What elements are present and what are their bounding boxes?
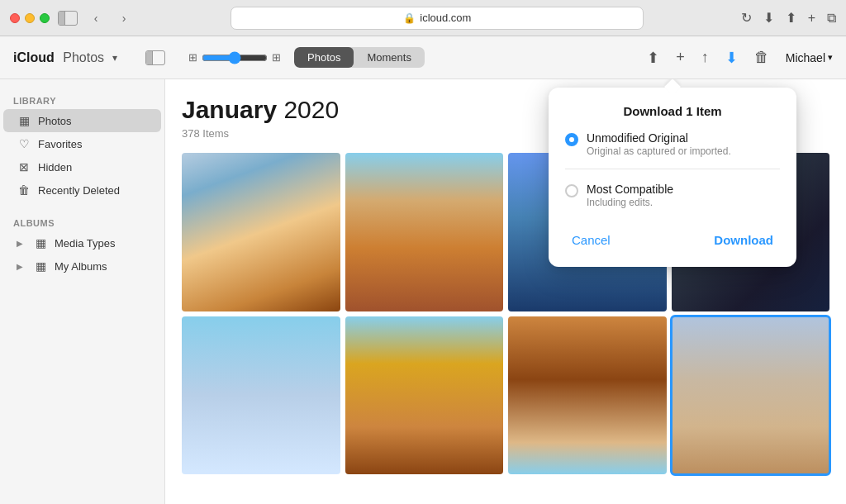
- app-title[interactable]: iCloud Photos ▾: [13, 50, 129, 65]
- address-text: icloud.com: [420, 12, 471, 24]
- download-popup: Download 1 Item Unmodified Original Orig…: [549, 88, 796, 267]
- browser-toolbar: ↻ ⬇ ⬆ + ⧉: [741, 10, 836, 26]
- favorites-icon: ♡: [17, 137, 31, 150]
- lock-icon: 🔒: [403, 12, 416, 24]
- sidebar-item-recently-deleted-label: Recently Deleted: [38, 184, 120, 197]
- recently-deleted-icon: 🗑: [17, 183, 31, 197]
- zoom-slider-input[interactable]: [202, 51, 268, 64]
- main-content: January 2020 378 Items HDR: [165, 79, 846, 504]
- popup-title: Download 1 Item: [565, 104, 780, 118]
- photo-item-2[interactable]: [345, 153, 504, 311]
- forward-button[interactable]: ›: [114, 8, 134, 28]
- popup-actions: Cancel Download: [565, 230, 780, 250]
- sidebar-item-favorites-label: Favorites: [38, 138, 82, 150]
- sidebar-item-hidden[interactable]: ⊠ Hidden: [3, 155, 161, 178]
- cancel-button[interactable]: Cancel: [565, 230, 617, 250]
- sidebar: Library ▦ Photos ♡ Favorites ⊠ Hidden 🗑 …: [0, 79, 165, 504]
- option-unmodified[interactable]: Unmodified Original Original as captured…: [565, 131, 780, 157]
- refresh-button[interactable]: ↻: [741, 10, 752, 26]
- section-month: January: [182, 96, 277, 123]
- sidebar-toggle-button[interactable]: [58, 11, 78, 26]
- radio-compatible[interactable]: [565, 184, 578, 197]
- hidden-icon: ⊠: [17, 160, 31, 174]
- new-tab-icon[interactable]: +: [808, 11, 815, 26]
- share-icon[interactable]: ↑: [701, 49, 709, 66]
- view-tabs: Photos Moments: [294, 47, 425, 68]
- zoom-in-icon: ⊞: [272, 51, 281, 64]
- sidebar-item-my-albums-label: My Albums: [55, 260, 107, 273]
- app-name: iCloud: [13, 50, 55, 65]
- sidebar-item-media-types-label: Media Types: [55, 237, 115, 250]
- content-area: Library ▦ Photos ♡ Favorites ⊠ Hidden 🗑 …: [0, 79, 846, 504]
- option-unmodified-sublabel: Original as captured or imported.: [587, 145, 731, 157]
- media-types-icon: ▦: [33, 236, 48, 250]
- option-unmodified-label: Unmodified Original: [587, 131, 731, 145]
- option-compatible-sublabel: Including edits.: [587, 197, 673, 208]
- share-icon[interactable]: ⬆: [786, 10, 796, 26]
- photo-item-5[interactable]: [182, 316, 340, 475]
- sidebar-item-favorites[interactable]: ♡ Favorites: [3, 132, 161, 155]
- download-button[interactable]: Download: [707, 230, 780, 250]
- zoom-out-icon: ⊞: [188, 51, 197, 64]
- albums-section-label: Albums: [0, 212, 164, 231]
- photo-item-1[interactable]: [182, 153, 340, 311]
- photo-item-7[interactable]: [508, 316, 667, 475]
- app-module: Photos: [63, 50, 104, 65]
- tab-moments[interactable]: Moments: [354, 47, 424, 68]
- sidebar-item-photos[interactable]: ▦ Photos: [3, 109, 161, 132]
- popup-divider: [565, 169, 780, 169]
- photos-icon: ▦: [17, 114, 31, 127]
- tabs-icon[interactable]: ⧉: [827, 11, 836, 26]
- browser-chrome: ‹ › 🔒 icloud.com ↻ ⬇ ⬆ + ⧉: [0, 0, 846, 36]
- back-button[interactable]: ‹: [86, 8, 106, 28]
- photo-item-8[interactable]: [672, 316, 830, 475]
- expand-icon-2: ▶: [17, 262, 23, 271]
- my-albums-icon: ▦: [33, 259, 48, 273]
- toolbar-actions: ⬆ + ↑ ⬇ 🗑 Michael ▾: [647, 49, 833, 67]
- sidebar-item-my-albums[interactable]: ▶ ▦ My Albums: [3, 254, 161, 278]
- user-menu[interactable]: Michael ▾: [786, 51, 833, 64]
- app-toolbar: iCloud Photos ▾ ⊞ ⊞ Photos Moments ⬆ + ↑…: [0, 36, 846, 79]
- download-icon[interactable]: ⬇: [725, 49, 738, 67]
- sidebar-item-media-types[interactable]: ▶ ▦ Media Types: [3, 231, 161, 254]
- trash-icon[interactable]: 🗑: [754, 49, 769, 66]
- upload-cloud-icon[interactable]: ⬆: [647, 49, 659, 67]
- radio-unmodified[interactable]: [565, 133, 578, 146]
- fullscreen-button[interactable]: [40, 13, 50, 23]
- sidebar-item-recently-deleted[interactable]: 🗑 Recently Deleted: [3, 178, 161, 202]
- add-icon[interactable]: +: [676, 49, 685, 66]
- minimize-button[interactable]: [25, 13, 35, 23]
- sidebar-view-toggle[interactable]: [145, 50, 165, 65]
- option-compatible-label: Most Compatible: [587, 183, 673, 196]
- sidebar-item-hidden-label: Hidden: [38, 161, 72, 174]
- app-chevron: ▾: [112, 52, 117, 64]
- expand-icon: ▶: [17, 239, 23, 248]
- option-compatible[interactable]: Most Compatible Including edits.: [565, 183, 780, 208]
- address-bar[interactable]: 🔒 icloud.com: [231, 7, 644, 30]
- user-name: Michael: [786, 51, 825, 64]
- photo-item-6[interactable]: [345, 316, 504, 475]
- close-button[interactable]: [10, 13, 20, 23]
- traffic-lights: [10, 13, 50, 23]
- zoom-control[interactable]: ⊞ ⊞: [188, 51, 281, 64]
- tab-photos[interactable]: Photos: [294, 47, 354, 68]
- app-window: iCloud Photos ▾ ⊞ ⊞ Photos Moments ⬆ + ↑…: [0, 36, 846, 504]
- library-section-label: Library: [0, 89, 164, 109]
- download-icon[interactable]: ⬇: [763, 10, 774, 26]
- section-year: 2020: [283, 96, 339, 123]
- sidebar-item-photos-label: Photos: [38, 115, 71, 127]
- user-chevron: ▾: [828, 52, 833, 63]
